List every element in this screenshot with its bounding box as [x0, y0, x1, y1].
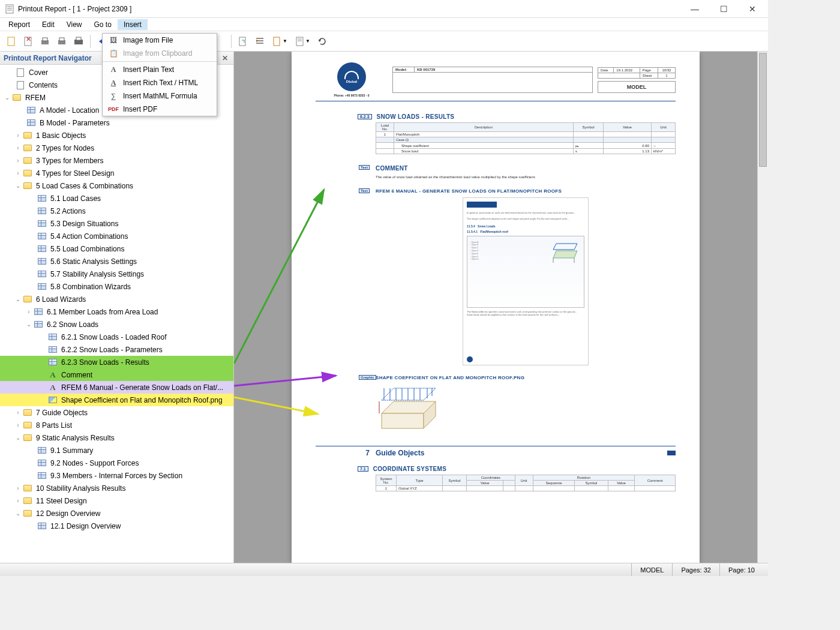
- insert-image-file[interactable]: 🖼Image from File: [103, 34, 217, 47]
- tree-lw622[interactable]: 6.2.2 Snow Loads - Parameters: [0, 343, 233, 356]
- model-button: MODEL: [598, 81, 676, 93]
- svg-rect-8: [43, 38, 47, 41]
- tree-shape[interactable]: Shape Coefficient on Flat and Monopitch …: [0, 394, 233, 406]
- text-entry-icon: A: [48, 370, 58, 380]
- preview-scrollbar[interactable]: [757, 52, 768, 563]
- minimize-button[interactable]: —: [686, 3, 703, 15]
- tool-indent[interactable]: [252, 34, 268, 49]
- tree-lc53[interactable]: 5.3 Design Situations: [0, 217, 233, 230]
- app-icon: [5, 4, 14, 14]
- tree-lw621[interactable]: 6.2.1 Snow Loads - Loaded Roof: [0, 331, 233, 343]
- tree-lw623[interactable]: 6.2.3 Snow Loads - Results: [0, 356, 233, 368]
- image-icon: 🖼: [107, 36, 119, 44]
- tree-guide[interactable]: ›7 Guide Objects: [0, 406, 233, 419]
- tool-page-dropdown[interactable]: ▼: [269, 34, 290, 49]
- maximize-button[interactable]: ☐: [715, 3, 732, 15]
- text-icon: A: [107, 65, 119, 74]
- report-page: Dlubal Phone: +49 9673 9203 - 0 Model:KB…: [292, 52, 700, 563]
- clipboard-icon: 📋: [107, 49, 119, 58]
- tree-load-wizards[interactable]: ⌄6 Load Wizards: [0, 293, 233, 305]
- tool-list-dropdown[interactable]: ▼: [292, 34, 313, 49]
- tool-new[interactable]: [4, 34, 19, 49]
- scrollbar-thumb[interactable]: [759, 53, 767, 167]
- tree-s91[interactable]: 9.1 Summary: [0, 444, 233, 457]
- tree-types-nodes[interactable]: ›2 Types for Nodes: [0, 142, 233, 154]
- menu-bar: Report Edit View Go to Insert: [0, 18, 768, 31]
- tree-d121[interactable]: 12.1 Design Overview: [0, 520, 233, 532]
- insert-image-clipboard[interactable]: 📋Image from Clipboard: [103, 47, 217, 60]
- section-number: 6.2.3: [358, 114, 372, 119]
- comment-body: The value of snow load obtained as the c…: [376, 175, 676, 179]
- tree-lc55[interactable]: 5.5 Load Combinations: [0, 242, 233, 255]
- comment-title: COMMENT: [376, 165, 676, 172]
- menu-view[interactable]: View: [61, 19, 88, 30]
- text-tag: Text: [359, 188, 370, 193]
- tool-delete[interactable]: ✕: [20, 34, 36, 49]
- tool-print[interactable]: [37, 34, 53, 49]
- svg-rect-19: [274, 37, 280, 46]
- tree-lc52[interactable]: 5.2 Actions: [0, 205, 233, 217]
- tree-s92[interactable]: 9.2 Nodes - Support Forces: [0, 457, 233, 469]
- close-button[interactable]: ✕: [744, 3, 761, 15]
- menu-edit[interactable]: Edit: [36, 19, 61, 30]
- tree-lc54[interactable]: 5.4 Action Combinations: [0, 230, 233, 242]
- tree-lc51[interactable]: 5.1 Load Cases: [0, 192, 233, 205]
- tree-s93[interactable]: 9.3 Members - Internal Forces by Section: [0, 469, 233, 482]
- expand-icon[interactable]: ⌄: [4, 94, 11, 101]
- section-title: SNOW LOADS - RESULTS: [377, 113, 455, 120]
- tree-lc57[interactable]: 5.7 Stability Analysis Settings: [0, 268, 233, 280]
- tree-design[interactable]: ⌄12 Design Overview: [0, 507, 233, 520]
- tree-steel[interactable]: ›11 Steel Design: [0, 494, 233, 507]
- tree-parts[interactable]: ›8 Parts List: [0, 419, 233, 431]
- menu-report[interactable]: Report: [2, 19, 36, 30]
- tree-load-cases[interactable]: ⌄5 Load Cases & Combinations: [0, 179, 233, 192]
- tree-lc56[interactable]: 5.6 Static Analysis Settings: [0, 255, 233, 268]
- svg-rect-4: [8, 37, 14, 46]
- tree-static[interactable]: ⌄9 Static Analysis Results: [0, 431, 233, 444]
- navigator-close-icon[interactable]: ✕: [220, 54, 230, 62]
- navigator-title: Printout Report Navigator: [4, 54, 92, 62]
- status-pages: Pages: 32: [672, 563, 719, 576]
- navigator-tree[interactable]: Cover Contents ⌄RFEM A Model - Location …: [0, 65, 233, 563]
- navigator-panel: Printout Report Navigator ✕ Cover Conten…: [0, 52, 234, 563]
- tree-lw62[interactable]: ⌄6.2 Snow Loads: [0, 318, 233, 331]
- manual-page-thumbnail: In general, snow loads on roofs are dete…: [463, 197, 589, 365]
- tree-stab[interactable]: ›10 Stability Analysis Results: [0, 482, 233, 494]
- dlubal-logo: Dlubal: [337, 62, 366, 91]
- tool-print2[interactable]: [54, 34, 70, 49]
- graphic-tag: Graphic: [359, 375, 376, 380]
- tree-comment[interactable]: AComment: [0, 368, 233, 381]
- status-bar: MODEL Pages: 32 Page: 10: [0, 563, 768, 576]
- tool-refresh[interactable]: [314, 34, 330, 49]
- tree-types-steel[interactable]: ›4 Types for Steel Design: [0, 167, 233, 179]
- menu-insert[interactable]: Insert: [118, 19, 148, 30]
- svg-rect-12: [76, 37, 81, 40]
- tree-basic-obj[interactable]: ›1 Basic Objects: [0, 129, 233, 142]
- tree-b-model[interactable]: B Model - Parameters: [0, 116, 233, 129]
- pdf-icon: PDF: [107, 106, 119, 112]
- title-bar: Printout Report - [ 1 - Project 2309 ] —…: [0, 0, 768, 18]
- insert-mathml[interactable]: ∑Insert MathML Formula: [103, 89, 217, 103]
- insert-rich-text[interactable]: AInsert Rich Text / HTML: [103, 76, 217, 89]
- svg-marker-29: [382, 413, 424, 428]
- tree-types-members[interactable]: ›3 Types for Members: [0, 154, 233, 167]
- manual-title: RFEM 6 MANUAL - GENERATE SNOW LOADS ON F…: [376, 188, 676, 194]
- tool-export[interactable]: [235, 34, 251, 49]
- section-number: 7.1: [358, 466, 368, 472]
- tree-lc58[interactable]: 5.8 Combination Wizards: [0, 280, 233, 293]
- tool-printer-icon[interactable]: [71, 34, 86, 49]
- insert-plain-text[interactable]: AInsert Plain Text: [103, 63, 217, 76]
- image-entry-icon: [48, 395, 58, 405]
- tree-manual[interactable]: ARFEM 6 Manual - Generate Snow Loads on …: [0, 381, 233, 394]
- svg-rect-10: [59, 38, 64, 41]
- window-title: Printout Report - [ 1 - Project 2309 ]: [18, 5, 686, 13]
- menu-goto[interactable]: Go to: [88, 19, 118, 30]
- preview-area[interactable]: Dlubal Phone: +49 9673 9203 - 0 Model:KB…: [234, 52, 757, 563]
- text-entry-icon: A: [48, 383, 58, 392]
- rich-text-icon: A: [107, 79, 119, 88]
- tree-lw61[interactable]: ›6.1 Member Loads from Area Load: [0, 305, 233, 318]
- shape-title: SHAPE COEFFICIENT ON FLAT AND MONOPITCH …: [376, 375, 676, 380]
- guide-objects-title: Guide Objects: [376, 449, 424, 457]
- coord-systems-title: COORDINATE SYSTEMS: [373, 466, 446, 472]
- insert-pdf[interactable]: PDFInsert PDF: [103, 103, 217, 116]
